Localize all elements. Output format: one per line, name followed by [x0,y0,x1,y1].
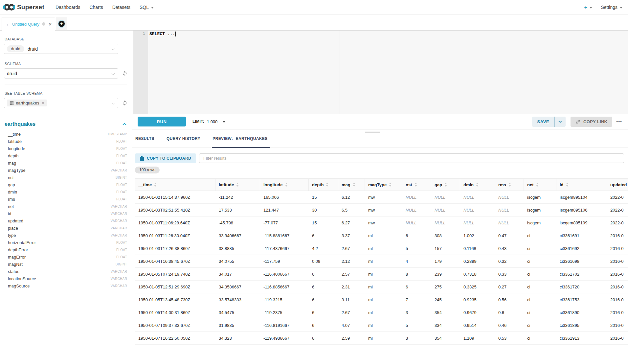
table-cell: 2.67 [338,310,365,315]
sort-icon[interactable] [476,183,479,187]
nav-item-datasets[interactable]: Datasets [112,5,130,10]
schema-column-name: depth [8,153,19,158]
nav-item-dashboards[interactable]: Dashboards [56,5,80,10]
sidebar-divider [5,84,127,84]
save-button[interactable]: SAVE [532,117,554,127]
copy-to-clipboard-button[interactable]: COPY TO CLIPBOARD [135,153,196,163]
sort-icon[interactable] [154,183,157,187]
sort-icon[interactable] [326,183,328,187]
schema-column-name: updated [8,218,23,223]
table-cell: 0.47 [495,233,524,238]
tab-preview-earthquakes[interactable]: PREVIEW: `EARTHQUAKES` [212,129,270,148]
schema-column-row: locationSourceVARCHAR [4,275,128,282]
chevron-up-icon[interactable] [123,123,126,125]
nav-item-label: SQL [140,5,149,10]
more-options-button[interactable]: ••• [616,119,622,124]
sort-icon[interactable] [508,183,511,187]
table-cell: 6 [309,233,338,238]
schema-column-row: typeVARCHAR [4,232,128,239]
sort-icon[interactable] [236,183,239,187]
drag-handle-icon[interactable]: ⋮ [5,22,10,26]
run-button[interactable]: RUN [138,117,186,126]
sort-icon[interactable] [285,183,288,187]
table-cell: 0.56 [495,297,524,302]
column-header-rms[interactable]: rms [495,179,524,191]
sort-icon[interactable] [389,183,392,187]
pane-resize-handle[interactable] [365,131,380,133]
schema-column-name: mag [8,161,16,166]
schema-select[interactable]: druid [4,68,118,79]
table-cell: 6 [309,284,338,289]
new-item-menu[interactable]: + [584,5,592,10]
table-cell: 0.9679 [460,310,495,315]
schema-column-row: depthFLOAT [4,152,128,159]
schema-column-type: FLOAT [116,190,127,194]
new-query-tab-button[interactable]: + [56,17,67,31]
save-options-button[interactable] [555,117,566,127]
column-header-latitude[interactable]: latitude [215,179,260,191]
table-cell: ci3361720 [556,284,607,289]
database-select[interactable]: druid druid [4,44,118,54]
sort-icon[interactable] [566,183,569,187]
limit-dropdown[interactable]: LIMIT: 1 000 [192,119,225,124]
nav-item-charts[interactable]: Charts [89,5,103,10]
nav-item-sql[interactable]: SQL [140,5,154,10]
settings-menu[interactable]: Settings [601,5,622,10]
limit-value: 1 000 [207,119,218,124]
schema-column-name: nst [8,175,13,180]
table-cell: 1950-01-03T11:26:30.040Z [135,233,215,238]
schema-column-name: magType [8,168,25,173]
table-schema-header[interactable]: earthquakes [5,121,126,127]
column-header-mag[interactable]: mag [338,179,365,191]
tab-query-history[interactable]: QUERY HISTORY [166,129,201,148]
close-icon[interactable]: × [49,22,52,27]
superset-logo[interactable]: Superset [3,3,51,11]
sort-icon[interactable] [536,183,539,187]
chevron-down-icon [620,7,622,9]
schema-column-row: magNstBIGINT [4,261,128,268]
column-header-depth[interactable]: depth [309,179,338,191]
table-select[interactable]: earthquakes × [4,98,118,108]
filter-results-input[interactable] [199,153,624,163]
chevron-down-icon [223,121,225,123]
remove-table-icon[interactable]: × [42,101,44,105]
chevron-down-icon [112,102,115,105]
table-cell: 34.323 [215,336,260,341]
table-cell: -116.8191667 [260,323,309,328]
table-cell: NULL [495,208,524,213]
table-cell: 354 [431,336,460,341]
table-cell: 275 [431,284,460,289]
sort-icon[interactable] [444,183,447,187]
refresh-schemas-button[interactable] [122,70,128,78]
column-header-label: nst [406,182,412,187]
table-cell: 0.46 [495,323,524,328]
column-header-magType[interactable]: magType [365,179,402,191]
table-cell: 6.12 [338,195,365,200]
table-cell: ci [524,297,556,302]
table-cell: 3 [402,310,431,315]
column-header-net[interactable]: net [524,179,556,191]
table-cell: 5 [402,246,431,251]
refresh-tables-button[interactable] [122,99,128,107]
schema-column-type: VARCHAR [111,277,127,281]
query-tab[interactable]: ⋮ Untitled Query 1 × [2,17,55,31]
column-header-gap[interactable]: gap [431,179,460,191]
table-cell: mw [365,208,402,213]
column-header-nst[interactable]: nst [402,179,431,191]
sort-icon[interactable] [415,183,417,187]
copy-link-button[interactable]: COPY LINK [571,117,612,127]
table-cell: iscgem [524,195,556,200]
sql-toolbar: RUN LIMIT: 1 000 SAVE [132,114,628,129]
table-cell: 6 [309,297,338,302]
chevron-down-icon [112,72,115,75]
table-cell: mw [365,220,402,225]
sql-editor[interactable]: 1 SELECT ... [132,31,628,114]
column-header-id[interactable]: id [556,179,607,191]
tab-results[interactable]: RESULTS [135,129,155,148]
clipboard-icon [140,156,144,161]
column-header-time[interactable]: __time [135,179,215,191]
column-header-longitude[interactable]: longitude [260,179,309,191]
column-header-dmin[interactable]: dmin [460,179,495,191]
sort-icon[interactable] [353,183,355,187]
column-header-updated[interactable]: updated [607,179,628,191]
